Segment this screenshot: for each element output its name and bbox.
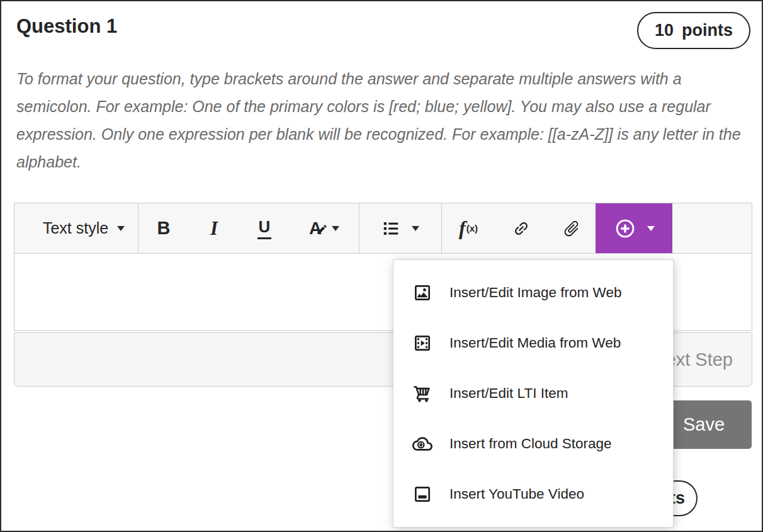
chevron-down-icon — [647, 226, 655, 231]
bold-button[interactable]: B — [138, 203, 189, 253]
cloud-add-icon — [412, 434, 432, 454]
menu-item-label: Insert YouTube Video — [449, 486, 584, 502]
menu-item-label: Insert/Edit Image from Web — [449, 285, 621, 301]
menu-item-label: Insert/Edit Media from Web — [449, 335, 621, 351]
menu-item-label: Insert/Edit LTI Item — [449, 385, 568, 402]
underline-label: U — [257, 217, 272, 239]
points-label: points — [682, 21, 733, 40]
list-dropdown[interactable] — [359, 203, 441, 253]
underline-button[interactable]: U — [239, 203, 290, 253]
question-title: Question 1 — [16, 15, 117, 38]
text-style-label: Text style — [43, 219, 108, 237]
text-style-dropdown[interactable]: Text style — [30, 203, 138, 253]
plus-circle-icon — [614, 217, 636, 240]
attach-file-button[interactable] — [548, 203, 596, 253]
image-icon — [412, 283, 432, 303]
youtube-icon — [412, 484, 432, 504]
chevron-down-icon — [412, 226, 419, 231]
menu-item-insert-image[interactable]: Insert/Edit Image from Web — [393, 268, 673, 318]
question-editor-page: Question 1 10 points To format your ques… — [0, 0, 763, 532]
formula-icon: f — [459, 217, 466, 240]
editor-toolbar: Text style B I U A — [14, 203, 752, 254]
points-value: 10 — [655, 21, 674, 40]
menu-item-insert-lti[interactable]: Insert/Edit LTI Item — [393, 368, 673, 419]
menu-item-label: Insert from Cloud Storage — [449, 436, 612, 452]
text-color-button[interactable]: A — [290, 203, 359, 253]
menu-item-insert-media[interactable]: Insert/Edit Media from Web — [393, 318, 673, 368]
paperclip-icon — [558, 215, 585, 241]
pen-icon — [316, 224, 328, 235]
insert-link-button[interactable] — [495, 203, 548, 253]
math-formula-button[interactable]: f(x) — [442, 203, 495, 253]
points-pill[interactable]: 10 points — [637, 12, 750, 49]
media-icon — [412, 333, 432, 353]
italic-button[interactable]: I — [189, 203, 239, 253]
bullet-list-icon — [382, 219, 400, 238]
menu-item-insert-cloud[interactable]: Insert from Cloud Storage — [393, 419, 673, 469]
insert-content-menu: Insert/Edit Image from Web Insert/Edit M… — [393, 259, 674, 528]
format-instructions: To format your question, type brackets a… — [16, 65, 752, 176]
add-content-button[interactable] — [596, 203, 672, 253]
chevron-down-icon — [117, 226, 125, 231]
link-icon — [509, 216, 534, 241]
menu-item-insert-youtube[interactable]: Insert YouTube Video — [393, 469, 673, 519]
chevron-down-icon — [332, 226, 339, 231]
shopping-cart-icon — [412, 383, 432, 404]
